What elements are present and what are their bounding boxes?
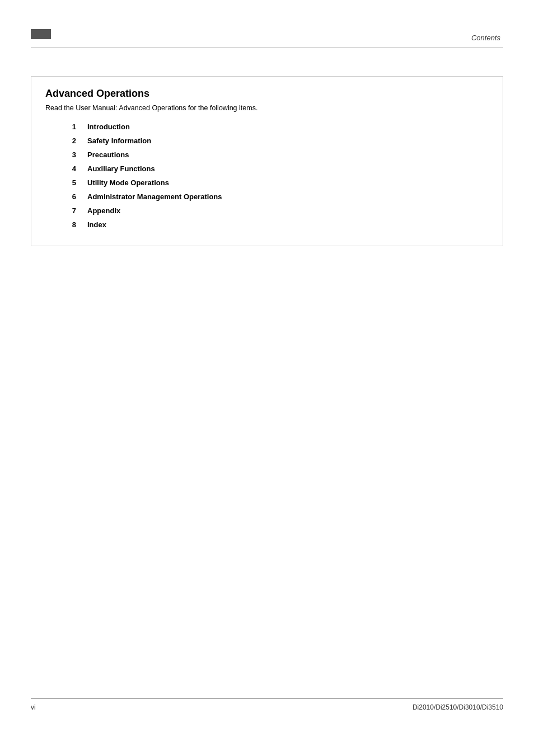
box-description: Read the User Manual: Advanced Operation… [45, 104, 489, 112]
footer-page: vi [31, 703, 36, 711]
header-decoration [31, 29, 51, 39]
toc-item: 2Safety Information [45, 134, 489, 148]
toc-label: Utility Mode Operations [87, 179, 169, 187]
page-header: Contents [0, 0, 534, 48]
footer-rule [31, 698, 503, 699]
header-title: Contents [471, 34, 500, 42]
toc-item: 4Auxiliary Functions [45, 162, 489, 176]
toc-item: 5Utility Mode Operations [45, 176, 489, 190]
toc-label: Administrator Management Operations [87, 192, 222, 201]
toc-item: 6Administrator Management Operations [45, 190, 489, 204]
content-box: Advanced Operations Read the User Manual… [31, 76, 503, 246]
toc-number: 3 [57, 151, 76, 159]
toc-item: 3Precautions [45, 148, 489, 162]
toc-number: 8 [57, 220, 76, 229]
main-content: Advanced Operations Read the User Manual… [0, 65, 534, 246]
toc-item: 8Index [45, 218, 489, 232]
toc-label: Auxiliary Functions [87, 165, 155, 173]
toc-number: 6 [57, 192, 76, 201]
header-rule [31, 48, 503, 48]
footer-model: Di2010/Di2510/Di3010/Di3510 [413, 703, 503, 711]
toc-label: Appendix [87, 206, 120, 215]
toc-number: 2 [57, 137, 76, 145]
toc-item: 7Appendix [45, 204, 489, 218]
toc-label: Index [87, 220, 106, 229]
toc-number: 7 [57, 206, 76, 215]
toc-label: Safety Information [87, 137, 151, 145]
toc-number: 4 [57, 165, 76, 173]
box-title: Advanced Operations [45, 88, 489, 100]
footer-content: vi Di2010/Di2510/Di3010/Di3510 [31, 703, 503, 711]
toc-label: Precautions [87, 151, 129, 159]
toc-list: 1Introduction2Safety Information3Precaut… [45, 120, 489, 232]
toc-label: Introduction [87, 123, 130, 131]
toc-number: 5 [57, 179, 76, 187]
toc-item: 1Introduction [45, 120, 489, 134]
toc-number: 1 [57, 123, 76, 131]
page-footer: vi Di2010/Di2510/Di3010/Di3510 [0, 698, 534, 711]
